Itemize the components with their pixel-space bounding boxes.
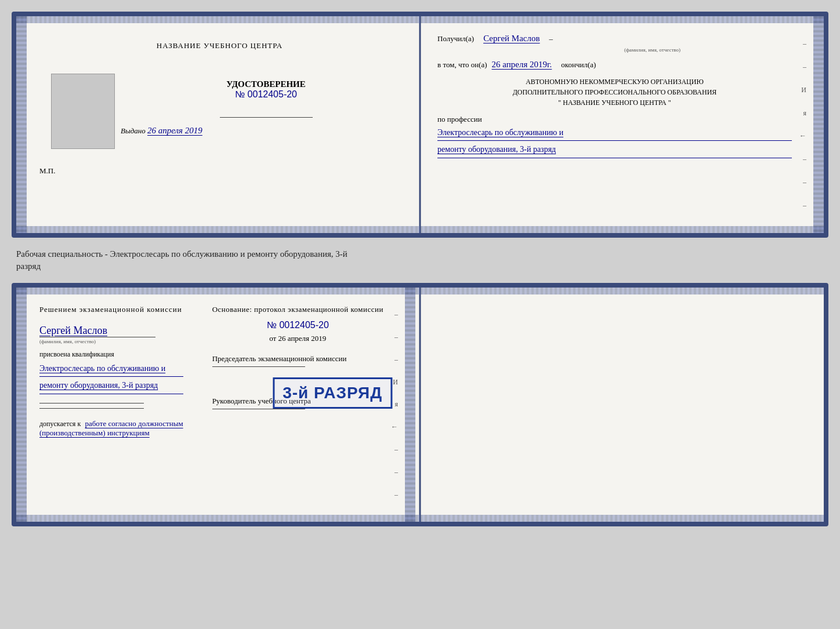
received-line: Получил(а) Сергей Маслов – — [437, 34, 809, 43]
dash-4: я — [799, 109, 809, 118]
person-block: Сергей Маслов (фамилия, имя, отчество) — [39, 325, 183, 344]
org-title-label: НАЗВАНИЕ УЧЕБНОГО ЦЕНТРА — [157, 41, 283, 50]
right-strip-2 — [405, 288, 415, 522]
r-dash-7: – — [391, 445, 401, 454]
admitted-value: работе согласно должностным — [85, 419, 183, 428]
person-subtitle: (фамилия, имя, отчество) — [39, 339, 183, 344]
admitted-block: допускается к работе согласно должностны… — [39, 419, 183, 438]
dash-2: – — [799, 63, 809, 71]
basis-label: Основание: протокол экзаменационной коми… — [212, 305, 383, 314]
org-name-block: АВТОНОМНУЮ НЕКОММЕРЧЕСКУЮ ОРГАНИЗАЦИЮ ДО… — [437, 77, 792, 108]
cert1-right: – – И я ← – – – Получил(а) Сергей Маслов… — [423, 16, 824, 233]
issued-field: Выдано 26 апреля 2019 — [121, 126, 202, 136]
dash-8: – — [799, 201, 809, 210]
sig-lines-left — [39, 403, 183, 409]
in-that-line: в том, что он(а) 26 апреля 2019г. окончи… — [437, 60, 809, 70]
r-dash-9: – — [391, 490, 401, 499]
mp-label: М.П. — [39, 166, 411, 176]
doc-number: № 0012405-20 — [235, 89, 297, 100]
right-strip — [813, 16, 824, 233]
commission-title: Решением экзаменационной комиссии — [39, 305, 183, 314]
dash-6: – — [799, 155, 809, 163]
r-dash-4: И — [391, 378, 401, 387]
between-line2: разряд — [16, 260, 826, 272]
profession-label: по профессии — [437, 115, 809, 124]
left-strip — [16, 16, 27, 233]
doc-title: УДОСТОВЕРЕНИЕ — [226, 79, 306, 89]
page-wrapper: НАЗВАНИЕ УЧЕБНОГО ЦЕНТРА УДОСТОВЕРЕНИЕ №… — [12, 12, 828, 526]
qualification-block: Электрослесарь по обслуживанию и ремонту… — [39, 362, 183, 394]
org-line1: АВТОНОМНУЮ НЕКОММЕРЧЕСКУЮ ОРГАНИЗАЦИЮ — [437, 77, 792, 87]
dash-1: – — [799, 39, 809, 48]
recipient-name: Сергей Маслов — [483, 34, 540, 43]
r-dash-8: – — [391, 468, 401, 477]
photo-placeholder — [51, 74, 115, 149]
certificate-card-2: Решением экзаменационной комиссии Сергей… — [12, 283, 828, 526]
assigned-label: присвоена квалификация — [39, 350, 183, 359]
received-label: Получил(а) — [437, 34, 474, 43]
r-dash-5: я — [391, 400, 401, 409]
r-dash-6: ← — [391, 423, 401, 431]
between-label: Рабочая специальность - Электрослесарь п… — [14, 243, 828, 277]
profession-line2: ремонту оборудования, 3-й разряд — [437, 143, 792, 158]
cert2-number: № 0012405-20 — [212, 320, 383, 330]
admitted-value2: (производственным) инструкциям — [39, 428, 183, 438]
cert2-date: от 26 апреля 2019 — [212, 334, 383, 343]
org-line2: ДОПОЛНИТЕЛЬНОГО ПРОФЕССИОНАЛЬНОГО ОБРАЗО… — [437, 87, 792, 97]
cert2-left: Решением экзаменационной комиссии Сергей… — [16, 288, 198, 522]
completed-label: окончил(а) — [561, 60, 596, 70]
profession-line1: Электрослесарь по обслуживанию и — [437, 126, 792, 141]
between-line1: Рабочая специальность - Электрослесарь п… — [16, 248, 826, 260]
stamp-box: 3-й РАЗРЯД — [273, 377, 392, 409]
cert2-right: – – – И я ← – – – Основание: протокол эк… — [198, 288, 415, 522]
cert1-left: НАЗВАНИЕ УЧЕБНОГО ЦЕНТРА УДОСТОВЕРЕНИЕ №… — [16, 16, 423, 233]
profession-block: Электрослесарь по обслуживанию и ремонту… — [437, 126, 792, 158]
recipient-subtitle: (фамилия, имя, отчество) — [495, 47, 809, 53]
left-strip-2 — [16, 288, 27, 522]
r-dash-1: – — [391, 310, 401, 319]
dash-7: – — [799, 178, 809, 187]
qualification-line2: ремонту оборудования, 3-й разряд — [39, 379, 183, 394]
chairman-role: Председатель экзаменационной комиссии — [212, 354, 383, 364]
certificate-card-1: НАЗВАНИЕ УЧЕБНОГО ЦЕНТРА УДОСТОВЕРЕНИЕ №… — [12, 12, 828, 238]
r-dash-2: – — [391, 333, 401, 341]
admitted-label: допускается к — [39, 420, 81, 428]
dash-separator: – — [549, 34, 553, 43]
chairman-block: Председатель экзаменационной комиссии — [212, 354, 383, 367]
chairman-sig-line — [212, 366, 305, 367]
stamp-text: 3-й РАЗРЯД — [283, 384, 382, 402]
dash-3: И — [799, 86, 809, 94]
dash-5: ← — [799, 132, 809, 140]
qualification-line1: Электрослесарь по обслуживанию и — [39, 362, 183, 377]
completion-date: 26 апреля 2019г. — [492, 60, 552, 70]
director-sig-line — [212, 409, 305, 409]
r-dash-3: – — [391, 355, 401, 364]
person-name: Сергей Маслов — [39, 325, 183, 337]
org-name: " НАЗВАНИЕ УЧЕБНОГО ЦЕНТРА " — [437, 97, 792, 108]
in-that-label: в том, что он(а) — [437, 60, 487, 70]
